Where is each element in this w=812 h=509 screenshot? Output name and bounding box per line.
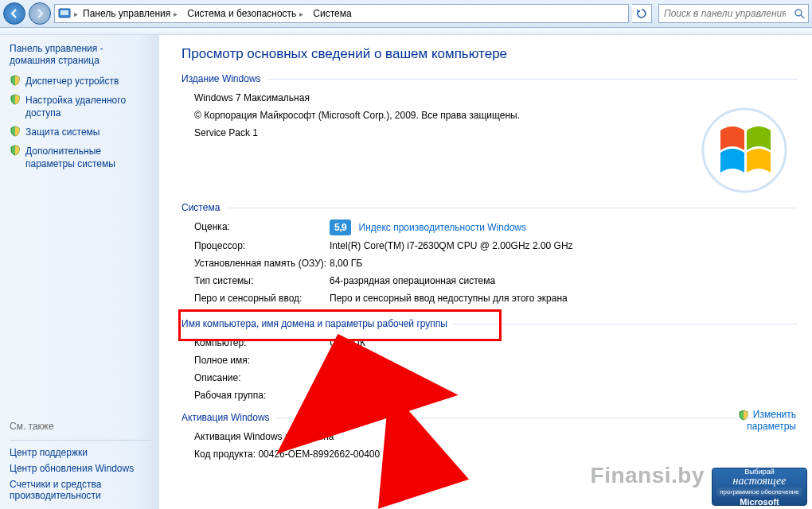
control-panel-icon — [57, 6, 72, 21]
sidebar-link-system-protection[interactable]: Защита системы — [10, 126, 151, 138]
sidebar-link-remote-settings[interactable]: Настройка удаленного доступа — [10, 94, 151, 119]
section-windows-edition: Издание Windows — [182, 73, 798, 84]
section-system: Система — [182, 202, 798, 213]
sidebar-link-advanced-settings[interactable]: Дополнительные параметры системы — [10, 145, 151, 170]
shield-icon — [10, 94, 21, 105]
see-also-windows-update[interactable]: Центр обновления Windows — [10, 463, 151, 474]
computer-value: User-ПК — [330, 336, 798, 350]
system-type-label: Тип системы: — [194, 274, 330, 288]
toolbar-strip — [0, 28, 812, 35]
section-activation: Активация Windows — [182, 412, 798, 423]
fullname-label: Полное имя: — [194, 353, 330, 367]
pen-touch-value: Перо и сенсорный ввод недоступны для это… — [330, 291, 798, 305]
sidebar-link-device-manager[interactable]: Диспетчер устройств — [10, 75, 151, 87]
svg-point-2 — [795, 10, 802, 16]
edition-line: Windows 7 Максимальная — [194, 91, 798, 105]
breadcrumb-item-system-security[interactable]: Система и безопасность ▸ — [182, 5, 308, 22]
genuine-microsoft-badge[interactable]: Выбирай настоящее программное обеспечени… — [712, 468, 807, 506]
breadcrumb-item-control-panel[interactable]: Панель управления ▸ — [78, 5, 182, 22]
fullname-value: User-ПК — [330, 353, 798, 367]
watermark: Finansi.by — [591, 463, 705, 488]
breadcrumb-item-system[interactable]: Система — [308, 5, 356, 22]
cpu-label: Процессор: — [194, 239, 330, 253]
cpu-value: Intel(R) Core(TM) i7-2630QM CPU @ 2.00GH… — [330, 239, 798, 253]
activation-status: Активация Windows выполнена — [194, 429, 798, 444]
shield-icon — [10, 75, 21, 86]
forward-button[interactable] — [29, 2, 51, 25]
refresh-button[interactable] — [632, 4, 652, 23]
address-bar: ▸ Панель управления ▸ Система и безопасн… — [0, 0, 812, 28]
wei-score-badge: 5,9 — [330, 220, 351, 235]
wei-link[interactable]: Индекс производительности Windows — [359, 222, 526, 233]
see-also-action-center[interactable]: Центр поддержки — [10, 447, 151, 458]
svg-rect-1 — [61, 10, 68, 15]
breadcrumb: ▸ Панель управления ▸ Система и безопасн… — [54, 4, 629, 23]
workgroup-value: WORKGROUP — [330, 388, 798, 402]
ram-value: 8,00 ГБ — [330, 256, 798, 270]
computer-label: Компьютер: — [194, 336, 330, 350]
sidebar-link-label: Настройка удаленного доступа — [25, 94, 151, 119]
change-settings-link[interactable]: Изменить параметры — [732, 409, 796, 432]
system-type-value: 64-разрядная операционная система — [330, 274, 798, 288]
see-also-label: См. также — [10, 421, 151, 432]
sidebar-home-link[interactable]: Панель управления - домашняя страница — [10, 43, 151, 67]
divider — [10, 440, 151, 441]
sidebar-link-label: Защита системы — [25, 126, 100, 138]
product-id: Код продукта: 00426-OEM-8992662-00400 — [194, 447, 798, 461]
sidebar-link-label: Диспетчер устройств — [25, 75, 119, 87]
see-also-performance-tools[interactable]: Счетчики и средства производительности — [10, 479, 151, 501]
shield-icon — [10, 126, 21, 137]
section-computer-name: Имя компьютера, имя домена и параметры р… — [182, 318, 798, 329]
search-icon[interactable] — [791, 8, 808, 19]
pen-touch-label: Перо и сенсорный ввод: — [194, 291, 330, 305]
shield-icon — [10, 145, 21, 156]
ram-label: Установленная память (ОЗУ): — [194, 256, 330, 270]
sidebar: Панель управления - домашняя страница Ди… — [0, 35, 159, 509]
description-label: Описание: — [194, 371, 330, 385]
svg-line-3 — [801, 15, 804, 18]
search-box — [658, 4, 809, 23]
windows-logo-icon — [701, 107, 788, 194]
sidebar-link-label: Дополнительные параметры системы — [25, 145, 151, 170]
search-input[interactable] — [659, 8, 791, 19]
shield-icon — [738, 410, 749, 421]
page-title: Просмотр основных сведений о вашем компь… — [182, 46, 798, 62]
description-value — [330, 371, 798, 385]
main-content: Просмотр основных сведений о вашем компь… — [159, 35, 812, 509]
rating-label: Оценка: — [194, 220, 330, 235]
workgroup-label: Рабочая группа: — [194, 388, 330, 402]
back-button[interactable] — [3, 2, 25, 25]
